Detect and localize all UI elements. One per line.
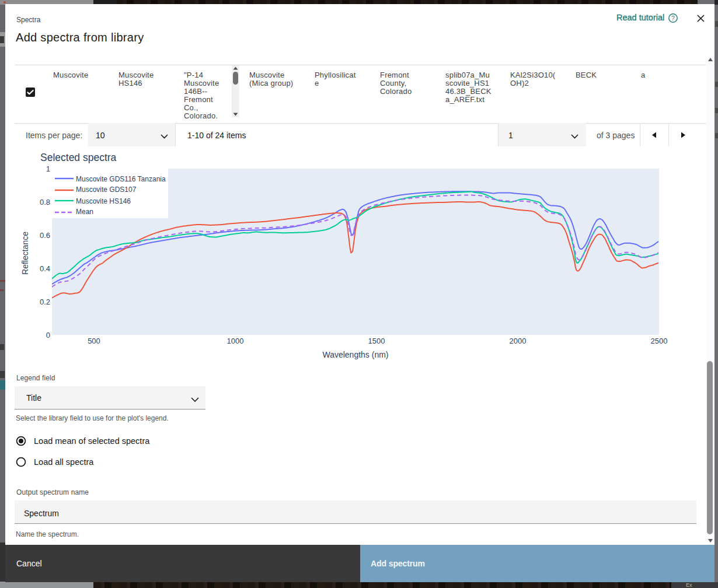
svg-text:?: ? <box>671 15 675 22</box>
